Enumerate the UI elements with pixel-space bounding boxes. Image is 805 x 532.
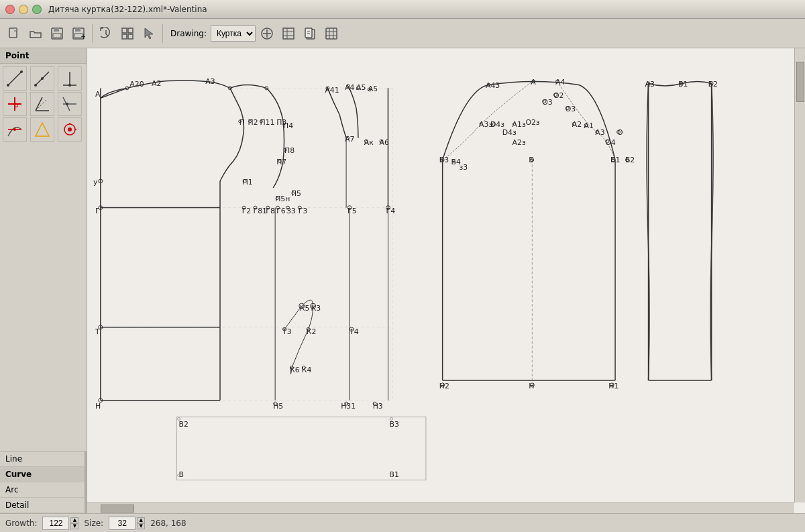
growth-down[interactable]: ▼ [70, 523, 78, 529]
svg-rect-5 [75, 28, 80, 32]
open-button[interactable] [25, 23, 46, 44]
svg-point-39 [68, 84, 71, 87]
table-button[interactable] [278, 23, 299, 44]
sidebar-header: Point [0, 48, 87, 64]
svg-text:Г3: Г3 [299, 207, 308, 215]
growth-label: Growth: [5, 519, 37, 528]
size-input[interactable] [109, 517, 136, 530]
tab-curve[interactable]: Curve [0, 467, 87, 482]
tool-grid [0, 64, 87, 144]
window-title: Дитяча куртка(32-122).xml*-Valentina [48, 5, 207, 14]
svg-line-45 [36, 100, 46, 111]
pattern-canvas: А А20 А2 А3 П П2 П11 П3 П4 П8 П7 П5 П5н [87, 48, 805, 513]
coordinates: 268, 168 [150, 519, 186, 528]
along-line-tool[interactable] [30, 66, 54, 91]
svg-point-33 [20, 70, 23, 73]
line-point-tool[interactable] [3, 66, 27, 91]
shoulder-tool[interactable] [58, 92, 82, 116]
svg-text:А2: А2 [152, 79, 161, 88]
svg-marker-14 [145, 28, 153, 39]
svg-text:П4: П4 [283, 121, 293, 130]
svg-marker-51 [36, 123, 49, 136]
svg-point-48 [66, 103, 68, 105]
size-down[interactable]: ▼ [137, 523, 145, 529]
angle-tool[interactable] [58, 66, 82, 91]
tab-arc[interactable]: Arc [0, 482, 87, 498]
svg-rect-11 [128, 28, 133, 33]
svg-text:Г81: Г81 [254, 207, 267, 215]
svg-text:О3: О3 [566, 105, 576, 113]
clipboard-button[interactable] [300, 23, 320, 44]
svg-rect-13 [128, 34, 133, 39]
tab-detail[interactable]: Detail [0, 498, 87, 513]
svg-text:В3: В3 [389, 420, 398, 429]
history-button[interactable] [96, 23, 116, 44]
pattern-piece-3: А3 В1 Б2 [645, 80, 718, 380]
curve-intersect-tool[interactable] [3, 117, 27, 142]
separator-2 [162, 24, 163, 43]
grid-button[interactable] [321, 23, 341, 44]
size-label: Size: [84, 519, 103, 528]
minimize-button[interactable] [19, 5, 28, 14]
canvas-area[interactable]: А А20 А2 А3 П П2 П11 П3 П4 П8 П7 П5 П5н [87, 48, 805, 513]
svg-text:П5: П5 [291, 189, 301, 198]
vertical-scroll-thumb[interactable] [796, 62, 804, 102]
drawing-option-button[interactable] [257, 23, 277, 44]
growth-arrows: ▲ ▼ [70, 517, 78, 529]
size-up[interactable]: ▲ [137, 517, 145, 523]
svg-text:Г6: Г6 [276, 207, 286, 215]
size-spinner[interactable]: ▲ ▼ [109, 517, 145, 530]
svg-text:А1: А1 [584, 121, 594, 130]
svg-rect-23 [305, 28, 312, 38]
svg-point-53 [68, 127, 72, 131]
pointer-button[interactable] [139, 23, 159, 44]
window-controls[interactable] [5, 5, 42, 14]
svg-text:П7: П7 [276, 158, 286, 166]
svg-text:+: + [80, 32, 85, 40]
svg-text:А: А [95, 90, 101, 99]
svg-rect-26 [326, 28, 337, 39]
save-button[interactable] [47, 23, 67, 44]
growth-up[interactable]: ▲ [70, 517, 78, 523]
svg-text:Г8: Г8 [266, 207, 275, 215]
svg-text:О2з: О2з [525, 118, 539, 127]
new-button[interactable] [4, 23, 24, 44]
toolbar: + Drawing: Куртка [0, 19, 805, 48]
svg-text:А4: А4 [345, 83, 354, 92]
svg-line-31 [8, 72, 21, 85]
sidebar: Point [0, 48, 87, 513]
perpendicular-tool[interactable] [3, 92, 27, 116]
size-arrows: ▲ ▼ [137, 517, 145, 529]
separator-1 [92, 24, 93, 43]
svg-point-50 [13, 128, 16, 131]
svg-line-61 [101, 88, 127, 98]
close-button[interactable] [5, 5, 15, 14]
maximize-button[interactable] [32, 5, 42, 14]
svg-rect-18 [283, 28, 294, 39]
drawing-label: Drawing: [170, 29, 207, 38]
drawing-select[interactable]: Куртка [211, 25, 256, 42]
vertical-scrollbar[interactable] [794, 48, 805, 502]
svg-text:Г4: Г4 [386, 207, 396, 215]
growth-input[interactable] [42, 517, 69, 530]
tab-line[interactable]: Line [0, 451, 87, 467]
saveas-button[interactable]: + [68, 23, 89, 44]
svg-text:А3: А3 [205, 77, 215, 86]
bisector-tool[interactable] [30, 92, 54, 116]
svg-text:К4: К4 [302, 366, 312, 374]
svg-text:D4з: D4з [502, 128, 517, 137]
svg-text:Г: Г [95, 207, 100, 215]
svg-text:Б2: Б2 [625, 156, 635, 164]
svg-text:В2: В2 [179, 420, 189, 429]
growth-spinner[interactable]: ▲ ▼ [42, 517, 78, 530]
triangle-tool[interactable] [30, 117, 54, 142]
layout-button[interactable] [117, 23, 138, 44]
point-on-curve-tool[interactable] [58, 117, 82, 142]
horizontal-scrollbar[interactable] [87, 502, 794, 513]
horizontal-scroll-thumb[interactable] [101, 504, 134, 513]
svg-text:А2з: А2з [513, 138, 526, 147]
svg-text:А3: А3 [595, 128, 604, 137]
main-area: Point [0, 48, 805, 513]
svg-text:О2: О2 [553, 91, 564, 100]
svg-line-43 [36, 97, 42, 111]
